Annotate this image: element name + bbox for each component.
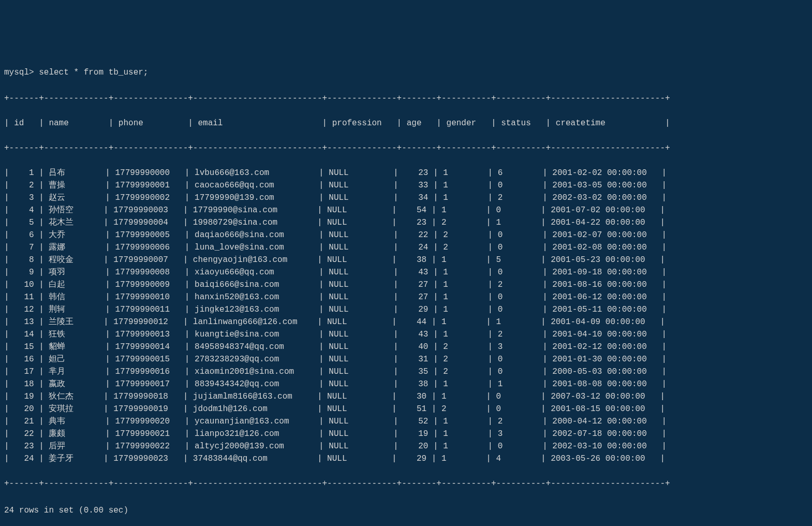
table-row: | 9 | 项羽 | 17799990008 | xiaoyu666@qq.co… — [4, 266, 808, 279]
result-footer: 24 rows in set (0.00 sec) — [4, 504, 808, 517]
table-row: | 23 | 后羿 | 17799990022 | altycj2000@139… — [4, 440, 808, 452]
mysql-terminal[interactable]: mysql> select * from tb_user; +------+--… — [4, 54, 808, 526]
table-row: | 21 | 典韦 | 17799990020 | ycaunanjian@16… — [4, 415, 808, 428]
table-row: | 13 | 兰陵王 | 17799990012 | lanlinwang666… — [4, 316, 808, 328]
table-row: | 10 | 白起 | 17799990009 | baiqi666@sina.… — [4, 279, 808, 291]
table-border-top: +------+-------------+---------------+--… — [4, 92, 808, 105]
table-header-row: | id | name | phone | email | profession… — [4, 117, 808, 129]
table-border-bottom: +------+-------------+---------------+--… — [4, 477, 808, 490]
table-body: | 1 | 吕布 | 17799990000 | lvbu666@163.com… — [4, 167, 808, 465]
table-row: | 19 | 狄仁杰 | 17799990018 | jujiamlm8166@… — [4, 390, 808, 403]
table-row: | 14 | 狂铁 | 17799990013 | kuangtie@sina.… — [4, 328, 808, 341]
table-row: | 4 | 孙悟空 | 17799990003 | 17799990@sina.… — [4, 204, 808, 216]
table-row: | 22 | 廉颇 | 17799990021 | lianpo321@126.… — [4, 428, 808, 440]
table-row: | 7 | 露娜 | 17799990006 | luna_love@sina.… — [4, 241, 808, 254]
table-row: | 18 | 嬴政 | 17799990017 | 8839434342@qq.… — [4, 378, 808, 390]
table-row: | 24 | 姜子牙 | 17799990023 | 37483844@qq.c… — [4, 452, 808, 465]
table-row: | 2 | 曹操 | 17799990001 | caocao666@qq.co… — [4, 179, 808, 192]
table-row: | 3 | 赵云 | 17799990002 | 17799990@139.co… — [4, 192, 808, 204]
table-row: | 20 | 安琪拉 | 17799990019 | jdodm1h@126.c… — [4, 403, 808, 415]
table-border-mid: +------+-------------+---------------+--… — [4, 142, 808, 154]
table-row: | 11 | 韩信 | 17799990010 | hanxin520@163.… — [4, 291, 808, 303]
table-row: | 5 | 花木兰 | 17799990004 | 19980729@sina.… — [4, 216, 808, 229]
table-row: | 15 | 貂蝉 | 17799990014 | 84958948374@qq… — [4, 341, 808, 353]
table-row: | 1 | 吕布 | 17799990000 | lvbu666@163.com… — [4, 167, 808, 179]
table-row: | 17 | 芈月 | 17799990016 | xiaomin2001@si… — [4, 366, 808, 378]
table-row: | 8 | 程咬金 | 17799990007 | chengyaojin@16… — [4, 254, 808, 266]
table-row: | 12 | 荆轲 | 17799990011 | jingke123@163.… — [4, 303, 808, 316]
table-row: | 16 | 妲己 | 17799990015 | 2783238293@qq.… — [4, 353, 808, 366]
table-row: | 6 | 大乔 | 17799990005 | daqiao666@sina.… — [4, 229, 808, 241]
sql-prompt: mysql> select * from tb_user; — [4, 66, 808, 79]
